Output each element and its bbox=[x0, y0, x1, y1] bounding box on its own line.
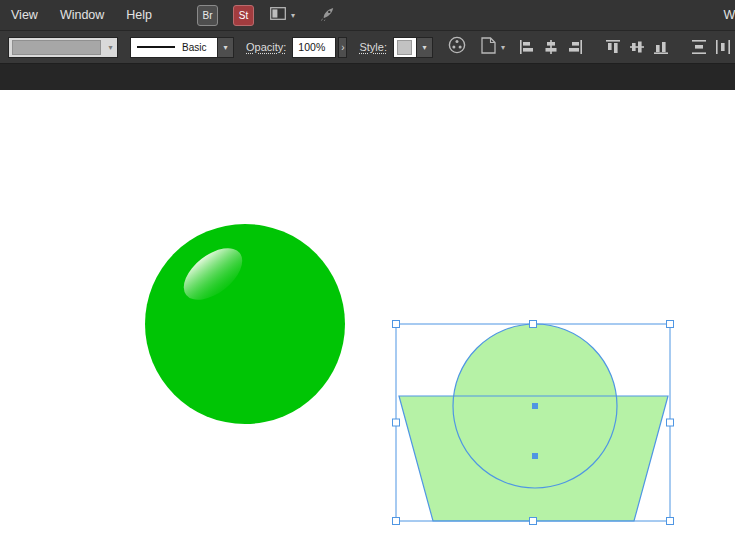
distribute-horizontal-icon[interactable] bbox=[715, 39, 731, 55]
align-horizontal-center-icon[interactable] bbox=[543, 39, 559, 55]
selected-artwork[interactable] bbox=[399, 324, 668, 521]
menu-view[interactable]: View bbox=[0, 8, 49, 22]
workspace-layout-icon bbox=[270, 7, 286, 23]
menu-window[interactable]: Window bbox=[49, 8, 115, 22]
style-preview bbox=[394, 38, 416, 57]
stock-button[interactable]: St bbox=[233, 5, 254, 26]
selection-handle[interactable] bbox=[667, 518, 674, 525]
align-vertical-center-icon[interactable] bbox=[629, 39, 645, 55]
stroke-style-preview: Basic bbox=[131, 38, 217, 57]
chevron-down-icon: ▾ bbox=[104, 43, 117, 52]
stroke-color-select[interactable]: ▾ bbox=[8, 37, 118, 58]
chevron-down-icon[interactable]: ▾ bbox=[416, 38, 432, 57]
pasteboard-strip bbox=[0, 64, 735, 90]
chevron-down-icon: ▾ bbox=[291, 11, 295, 20]
chevron-down-icon: ▾ bbox=[501, 43, 505, 52]
color-wheel-icon bbox=[447, 35, 467, 59]
stroke-style-label: Basic bbox=[182, 42, 206, 53]
green-ball-shape[interactable] bbox=[145, 224, 345, 424]
menu-help[interactable]: Help bbox=[115, 8, 163, 22]
align-horizontal-right-icon[interactable] bbox=[567, 39, 583, 55]
menu-bar: View Window Help Br St ▾ We bbox=[0, 0, 735, 31]
control-bar: ▾ Basic ▾ Opacity: › Style: ▾ bbox=[0, 31, 735, 64]
workspace-switcher[interactable]: ▾ bbox=[270, 7, 295, 23]
chevron-down-icon[interactable]: ▾ bbox=[217, 38, 233, 57]
distribute-vertical-icon[interactable] bbox=[691, 39, 707, 55]
selection-handle[interactable] bbox=[530, 518, 537, 525]
recolor-artwork-button[interactable] bbox=[447, 35, 467, 59]
document-setup-button[interactable]: ▾ bbox=[481, 37, 505, 58]
document-icon bbox=[481, 37, 496, 58]
stroke-style-select[interactable]: Basic ▾ bbox=[130, 37, 234, 58]
gpu-performance-button[interactable] bbox=[319, 5, 337, 25]
anchor-center-point[interactable] bbox=[532, 453, 538, 459]
selection-handle[interactable] bbox=[393, 419, 400, 426]
style-label[interactable]: Style: bbox=[359, 41, 387, 53]
stroke-line-preview bbox=[137, 46, 175, 48]
opacity-options-button[interactable]: › bbox=[338, 37, 347, 58]
align-controls bbox=[515, 39, 735, 55]
selection-handle[interactable] bbox=[530, 321, 537, 328]
align-vertical-top-icon[interactable] bbox=[605, 39, 621, 55]
artboard-canvas[interactable] bbox=[0, 90, 735, 536]
align-vertical-bottom-icon[interactable] bbox=[653, 39, 669, 55]
bridge-button[interactable]: Br bbox=[197, 5, 218, 26]
align-horizontal-left-icon[interactable] bbox=[519, 39, 535, 55]
opacity-input[interactable] bbox=[292, 37, 336, 58]
artwork-layer bbox=[0, 90, 735, 536]
opacity-label[interactable]: Opacity: bbox=[246, 41, 286, 53]
graphic-style-select[interactable]: ▾ bbox=[393, 37, 433, 58]
anchor-center-point[interactable] bbox=[532, 403, 538, 409]
selection-handle[interactable] bbox=[667, 321, 674, 328]
stroke-color-swatch bbox=[12, 40, 101, 55]
selection-handle[interactable] bbox=[393, 321, 400, 328]
selection-handle[interactable] bbox=[667, 419, 674, 426]
rocket-icon bbox=[319, 5, 337, 25]
menubar-right-partial-text[interactable]: We bbox=[723, 8, 735, 22]
style-swatch bbox=[397, 40, 412, 55]
selection-handle[interactable] bbox=[393, 518, 400, 525]
